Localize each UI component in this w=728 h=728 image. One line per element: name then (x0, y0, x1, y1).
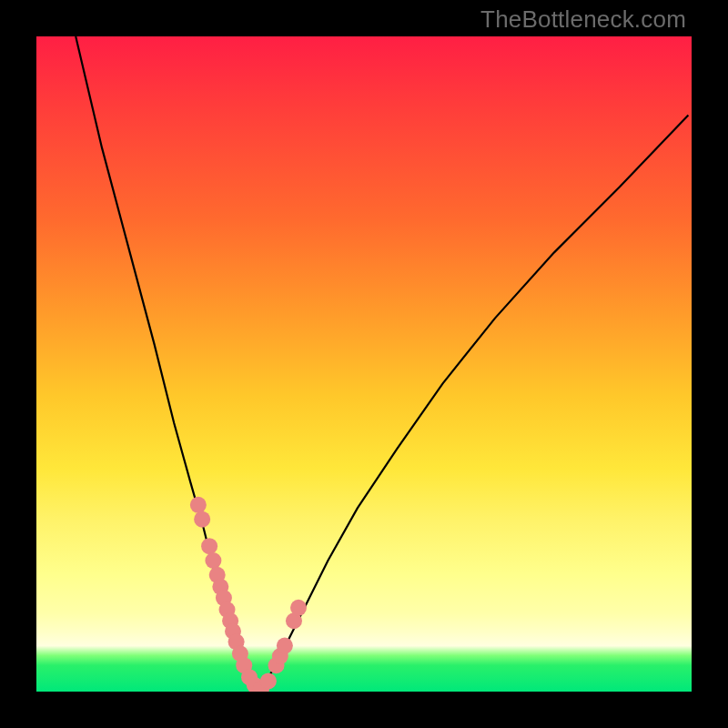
plot-gradient-background (36, 36, 692, 692)
watermark-text: TheBottleneck.com (480, 5, 686, 34)
plot-frame (36, 36, 692, 692)
